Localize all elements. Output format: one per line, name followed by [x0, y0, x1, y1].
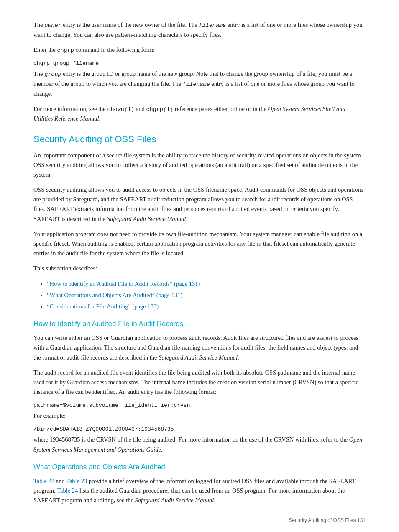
safeguard-manual-ref3: Safeguard Audit Service Manual [135, 497, 214, 504]
link-table23[interactable]: Table 23 [66, 478, 87, 484]
security-p4: This subsection describes: [33, 264, 366, 273]
identify-p1: You can write either an OSS or Guardian … [33, 333, 366, 362]
code-example-path: /bin/ed=$DATA13.ZYQ00001.Z0004G7:1934568… [33, 426, 366, 432]
safeguard-manual-ref2: Safeguard Audit Service Manual [159, 354, 238, 361]
oss-mgmt-guide: Open System Services Management and Oper… [33, 436, 362, 452]
security-p1: An important component of a secure file … [33, 151, 366, 180]
identify-for-example: For example: [33, 411, 366, 421]
identify-p2: The audit record for an audited file eve… [33, 368, 366, 397]
intro-p2: Enter the chgrp command in the following… [33, 45, 366, 55]
security-p2: OSS security auditing allows you to audi… [33, 185, 366, 224]
code-pathname-format: pathname=$volume.subvolume.file_identifi… [33, 402, 366, 409]
chgrp-ref: chgrp(1) [146, 106, 173, 113]
link-table24[interactable]: Table 24 [57, 487, 78, 494]
oss-shell-manual: Open System Services Shell and Utilities… [33, 105, 345, 122]
group-term: group [44, 71, 61, 77]
filename-term2: filename [183, 81, 210, 87]
safeguard-manual-ref1: Safeguard Audit Service Manual [107, 216, 186, 222]
operations-p1: Table 22 and Table 23 provide a brief ov… [33, 476, 366, 506]
subsection-list: “How to Identify an Audited File in Audi… [47, 279, 366, 312]
link-considerations[interactable]: “Considerations for File Auditing” (page… [47, 303, 159, 310]
page-footer: Security Auditing of OSS Files 131 [289, 517, 366, 523]
filename-term: filename [199, 22, 226, 28]
bullet-item-3: “Considerations for File Auditing” (page… [47, 302, 366, 311]
security-p3: Your application program does not need t… [33, 229, 366, 259]
intro-p3: The group entry is the group ID or group… [33, 69, 366, 98]
subsection-identify-heading: How to Identify an Audited File in Audit… [33, 320, 366, 328]
section-security-heading: Security Auditing of OSS Files [33, 134, 366, 145]
bullet-item-2: “What Operations and Objects Are Audited… [47, 290, 366, 300]
intro-p4: For more information, see the chown(1) a… [33, 104, 366, 124]
chgrp-inline: chgrp [57, 47, 74, 54]
owner-term: owner [44, 22, 61, 28]
code-chgrp-syntax: chgrp group filename [33, 60, 366, 67]
link-table22[interactable]: Table 22 [33, 478, 54, 484]
chown-ref: chown(1) [107, 106, 134, 113]
subsection-operations-heading: What Operations and Objects Are Audited [33, 463, 366, 471]
intro-p1: The owner entry is the user name of the … [33, 20, 366, 40]
link-identify[interactable]: “How to Identify an Audited File in Audi… [47, 280, 200, 287]
identify-p4: where 1934568735 is the CRVSN of the fil… [33, 435, 366, 454]
bullet-item-1: “How to Identify an Audited File in Audi… [47, 279, 366, 289]
page: The owner entry is the user name of the … [0, 0, 399, 532]
link-operations[interactable]: “What Operations and Objects Are Audited… [47, 292, 182, 298]
